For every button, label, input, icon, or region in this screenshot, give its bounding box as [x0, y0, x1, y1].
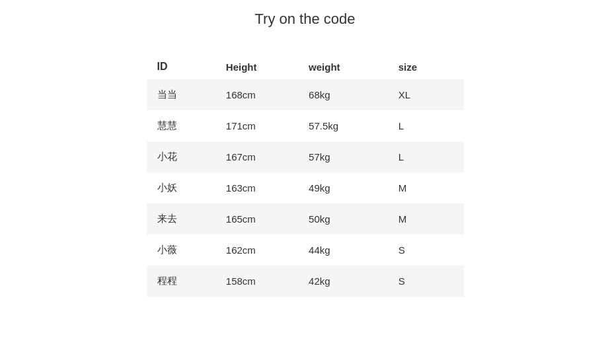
cell-size: M: [388, 203, 464, 235]
table-container: ID Height weight size 当当168cm68kgXL慧慧171…: [147, 54, 464, 297]
cell-height: 165cm: [215, 203, 298, 235]
cell-id: 小薇: [147, 235, 215, 266]
header-weight: weight: [298, 54, 388, 79]
cell-weight: 57kg: [298, 141, 388, 172]
size-table: ID Height weight size 当当168cm68kgXL慧慧171…: [147, 54, 464, 297]
table-row: 当当168cm68kgXL: [147, 79, 464, 110]
cell-size: M: [388, 172, 464, 203]
table-row: 来去165cm50kgM: [147, 203, 464, 235]
cell-weight: 50kg: [298, 203, 388, 235]
cell-height: 168cm: [215, 79, 298, 110]
cell-height: 162cm: [215, 235, 298, 266]
cell-size: L: [388, 110, 464, 141]
table-row: 小薇162cm44kgS: [147, 235, 464, 266]
cell-size: XL: [388, 79, 464, 110]
table-row: 程程158cm42kgS: [147, 266, 464, 297]
cell-size: S: [388, 266, 464, 297]
header-id: ID: [147, 54, 215, 79]
cell-id: 小妖: [147, 172, 215, 203]
table-row: 慧慧171cm57.5kgL: [147, 110, 464, 141]
cell-weight: 42kg: [298, 266, 388, 297]
table-row: 小妖163cm49kgM: [147, 172, 464, 203]
table-row: 小花167cm57kgL: [147, 141, 464, 172]
cell-height: 171cm: [215, 110, 298, 141]
cell-weight: 68kg: [298, 79, 388, 110]
cell-id: 当当: [147, 79, 215, 110]
cell-id: 小花: [147, 141, 215, 172]
header-height: Height: [215, 54, 298, 79]
cell-weight: 44kg: [298, 235, 388, 266]
cell-size: L: [388, 141, 464, 172]
cell-id: 慧慧: [147, 110, 215, 141]
page-title: Try on the code: [254, 11, 355, 28]
cell-weight: 49kg: [298, 172, 388, 203]
cell-height: 158cm: [215, 266, 298, 297]
table-header-row: ID Height weight size: [147, 54, 464, 79]
cell-height: 167cm: [215, 141, 298, 172]
cell-weight: 57.5kg: [298, 110, 388, 141]
cell-size: S: [388, 235, 464, 266]
cell-height: 163cm: [215, 172, 298, 203]
header-size: size: [388, 54, 464, 79]
cell-id: 程程: [147, 266, 215, 297]
cell-id: 来去: [147, 203, 215, 235]
